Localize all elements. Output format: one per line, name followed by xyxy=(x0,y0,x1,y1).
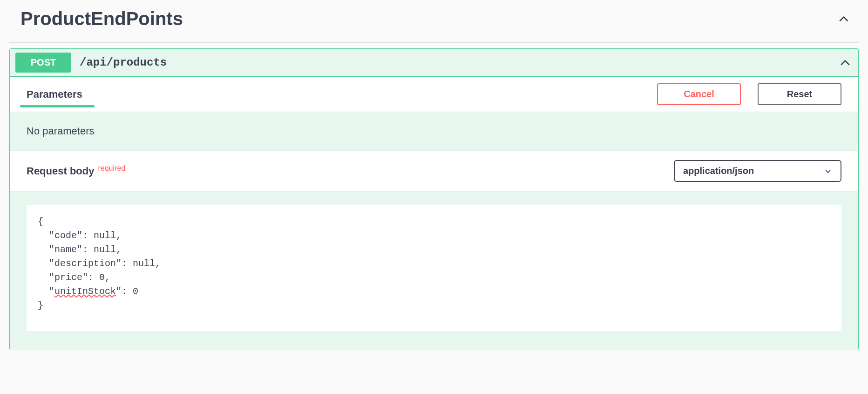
chevron-up-icon[interactable] xyxy=(838,55,853,70)
chevron-down-icon xyxy=(824,167,832,175)
parameters-actions: Cancel Reset xyxy=(657,83,841,112)
chevron-up-icon[interactable] xyxy=(836,12,851,27)
operation-block: POST /api/products Parameters Cancel Res… xyxy=(9,48,859,350)
parameters-bar: Parameters Cancel Reset xyxy=(10,77,858,112)
section-header[interactable]: ProductEndPoints xyxy=(9,0,859,43)
cancel-button[interactable]: Cancel xyxy=(657,83,741,105)
tab-parameters[interactable]: Parameters xyxy=(27,88,82,107)
request-body-area: { "code": null, "name": null, "descripti… xyxy=(10,192,858,350)
reset-button[interactable]: Reset xyxy=(758,83,841,105)
no-parameters-text: No parameters xyxy=(10,112,858,150)
section-title: ProductEndPoints xyxy=(20,8,183,29)
request-body-editor[interactable]: { "code": null, "name": null, "descripti… xyxy=(27,205,841,331)
request-body-bar: Request body required application/json xyxy=(10,150,858,192)
operation-summary[interactable]: POST /api/products xyxy=(10,49,858,77)
content-type-value: application/json xyxy=(683,166,754,176)
content-type-select[interactable]: application/json xyxy=(674,160,841,182)
operation-body: Parameters Cancel Reset No parameters Re… xyxy=(10,77,858,350)
request-body-label: Request body xyxy=(27,165,94,177)
http-method-badge: POST xyxy=(15,53,71,73)
required-tag: required xyxy=(98,164,125,173)
endpoint-path: /api/products xyxy=(80,56,838,69)
